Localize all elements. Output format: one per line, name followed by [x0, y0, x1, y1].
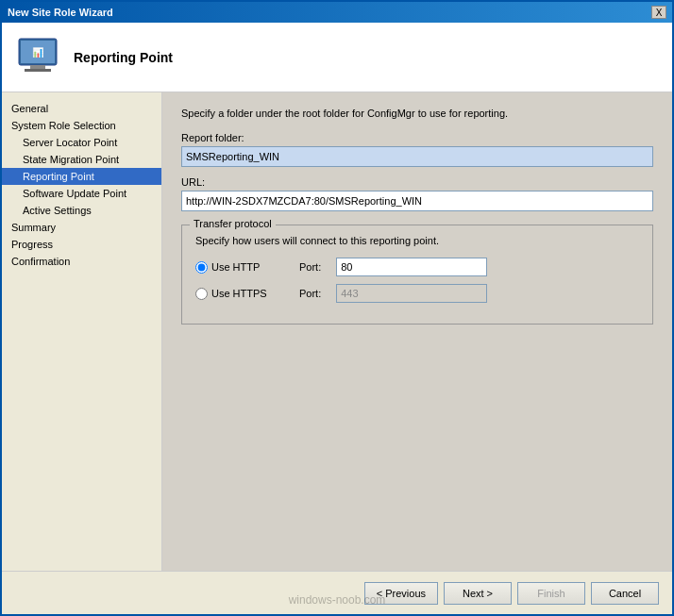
sidebar-item-summary[interactable]: Summary	[2, 219, 161, 236]
report-folder-group: Report folder:	[181, 132, 653, 167]
footer: < Previous Next > Finish Cancel	[2, 571, 672, 614]
title-bar: New Site Role Wizard X	[2, 2, 672, 23]
group-box-title: Transfer protocol	[190, 218, 276, 229]
http-radio-label[interactable]: Use HTTP	[195, 261, 290, 274]
https-radio-label[interactable]: Use HTTPS	[195, 288, 290, 300]
svg-text:📊: 📊	[32, 46, 44, 58]
header-title: Reporting Point	[74, 50, 173, 65]
header-section: 📊 Reporting Point	[2, 23, 672, 92]
report-folder-input[interactable]	[181, 146, 653, 167]
report-folder-label: Report folder:	[181, 132, 653, 143]
sidebar-item-confirmation[interactable]: Confirmation	[2, 253, 161, 270]
group-description: Specify how users will connect to this r…	[195, 235, 639, 246]
https-radio-row: Use HTTPS Port:	[195, 284, 639, 303]
sidebar-item-general[interactable]: General	[2, 100, 161, 117]
main-panel: Specify a folder under the root folder f…	[162, 92, 672, 571]
finish-button[interactable]: Finish	[517, 582, 585, 605]
previous-button[interactable]: < Previous	[364, 582, 438, 605]
sidebar-item-server-locator-point[interactable]: Server Locator Point	[2, 134, 161, 151]
svg-rect-2	[30, 65, 45, 69]
cancel-button[interactable]: Cancel	[591, 582, 659, 605]
sidebar-item-state-migration-point[interactable]: State Migration Point	[2, 151, 161, 168]
url-input[interactable]	[181, 191, 653, 211]
sidebar: General System Role Selection Server Loc…	[2, 92, 162, 571]
sidebar-item-progress[interactable]: Progress	[2, 236, 161, 253]
https-port-label: Port:	[299, 288, 321, 299]
sidebar-item-active-settings[interactable]: Active Settings	[2, 202, 161, 219]
description-text: Specify a folder under the root folder f…	[181, 108, 653, 119]
https-port-input	[336, 284, 487, 303]
http-port-input[interactable]	[336, 258, 487, 276]
http-radio[interactable]	[195, 261, 208, 274]
content-area: General System Role Selection Server Loc…	[2, 92, 672, 571]
close-button[interactable]: X	[651, 6, 666, 19]
wizard-window: New Site Role Wizard X 📊 Reporting Point…	[0, 0, 674, 616]
title-bar-text: New Site Role Wizard	[8, 7, 113, 18]
next-button[interactable]: Next >	[444, 582, 512, 605]
transfer-protocol-group: Transfer protocol Specify how users will…	[181, 225, 653, 325]
sidebar-item-reporting-point[interactable]: Reporting Point	[2, 168, 161, 185]
header-icon: 📊	[15, 35, 60, 80]
svg-rect-3	[25, 69, 51, 72]
http-radio-row: Use HTTP Port:	[195, 258, 639, 276]
sidebar-item-system-role-selection[interactable]: System Role Selection	[2, 117, 161, 134]
https-radio[interactable]	[195, 288, 208, 300]
url-label: URL:	[181, 176, 653, 188]
url-group: URL:	[181, 176, 653, 211]
sidebar-item-software-update-point[interactable]: Software Update Point	[2, 185, 161, 202]
http-port-label: Port:	[299, 261, 321, 273]
